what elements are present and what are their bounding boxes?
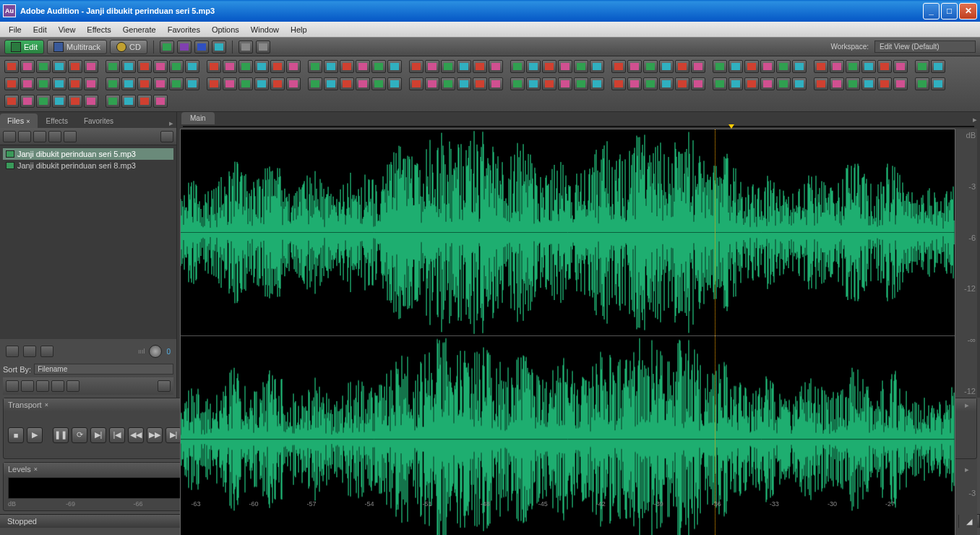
toolbar-icon[interactable] — [68, 77, 82, 90]
toolbar-icon[interactable] — [627, 77, 642, 90]
maximize-button[interactable]: □ — [941, 3, 958, 20]
play-looped-button[interactable]: ⟳ — [72, 427, 87, 443]
toolbar-icon[interactable] — [387, 77, 402, 90]
toolbar-icon[interactable] — [68, 60, 82, 73]
file-item[interactable]: Janji dibukit perinduan seri 5.mp3 — [3, 148, 173, 160]
insert-cd-icon[interactable] — [48, 131, 61, 142]
tab-main[interactable]: Main — [181, 112, 215, 124]
toolbar-icon[interactable] — [270, 77, 285, 90]
toolbar-icon[interactable] — [238, 77, 253, 90]
loop-preview-icon[interactable] — [23, 346, 36, 357]
toolbar-icon[interactable] — [36, 60, 51, 73]
panel-menu-icon[interactable]: ▸ — [166, 118, 176, 128]
toolbar-icon[interactable] — [830, 77, 844, 90]
tab-files[interactable]: Files× — [0, 114, 38, 128]
toolbar-icon[interactable] — [20, 60, 35, 73]
play-preview-icon[interactable] — [6, 346, 19, 357]
toolbar-icon[interactable] — [558, 60, 572, 73]
toolbar-icon[interactable] — [36, 95, 51, 108]
toolbar-icon[interactable] — [792, 60, 807, 73]
toolbar-icon[interactable] — [84, 60, 98, 73]
toolbar-icon[interactable] — [137, 60, 152, 73]
toolbar-icon[interactable] — [877, 77, 892, 90]
toolbar-icon[interactable] — [340, 60, 354, 73]
toolbar-icon[interactable] — [20, 95, 35, 108]
toolbar-icon[interactable] — [52, 95, 66, 108]
toolbar-icon[interactable] — [627, 60, 642, 73]
file-item[interactable]: Janji dibukit perinduan seri 8.mp3 — [3, 160, 173, 171]
toolbar-icon[interactable] — [137, 95, 152, 108]
toolbar-icon[interactable] — [68, 95, 82, 108]
toolbar-icon[interactable] — [254, 60, 269, 73]
toolbar-icon[interactable] — [590, 77, 604, 90]
toolbar-icon[interactable] — [153, 60, 168, 73]
file-list[interactable]: Janji dibukit perinduan seri 5.mp3 Janji… — [0, 145, 176, 339]
toolbar-icon[interactable] — [371, 77, 386, 90]
toolbar-icon[interactable] — [814, 60, 828, 73]
view-waveform-icon[interactable] — [160, 40, 174, 54]
panel-menu-icon[interactable]: ▸ — [962, 400, 972, 410]
view-spectral-pan-icon[interactable] — [194, 40, 209, 54]
toolbar-icon[interactable] — [441, 60, 455, 73]
toolbar-icon[interactable] — [611, 60, 626, 73]
menu-effects[interactable]: Effects — [81, 23, 116, 36]
toolbar-icon[interactable] — [409, 60, 424, 73]
toolbar-icon[interactable] — [931, 60, 945, 73]
toolbar-icon[interactable] — [744, 60, 759, 73]
toolbar-icon[interactable] — [185, 60, 199, 73]
toolbar-icon[interactable] — [510, 77, 525, 90]
menu-generate[interactable]: Generate — [117, 23, 162, 36]
toolbar-icon[interactable] — [473, 77, 487, 90]
toolbar-icon[interactable] — [931, 77, 945, 90]
show-options-icon[interactable] — [160, 131, 173, 142]
advanced-options-icon[interactable] — [158, 380, 171, 392]
toolbar-icon[interactable] — [776, 77, 791, 90]
toolbar-icon[interactable] — [691, 60, 705, 73]
toolbar-icon[interactable] — [893, 77, 908, 90]
toolbar-icon[interactable] — [526, 77, 541, 90]
toolbar-icon[interactable] — [846, 77, 860, 90]
toolbar-icon[interactable] — [728, 77, 743, 90]
toolbar-icon[interactable] — [792, 77, 807, 90]
sort-select[interactable]: Filename — [34, 364, 173, 374]
toolbar-icon[interactable] — [915, 60, 929, 73]
edit-file-icon[interactable] — [64, 131, 77, 142]
menu-favorites[interactable]: Favorites — [162, 23, 206, 36]
toolbar-icon[interactable] — [574, 60, 588, 73]
play-button[interactable]: ▶ — [27, 427, 43, 443]
toolbar-icon[interactable] — [356, 77, 370, 90]
toolbar-icon[interactable] — [893, 60, 908, 73]
insert-multitrack-icon[interactable] — [33, 131, 46, 142]
toolbar-icon[interactable] — [846, 60, 860, 73]
toolbar-icon[interactable] — [169, 77, 184, 90]
toolbar-icon[interactable] — [675, 77, 689, 90]
rewind-button[interactable]: ◀◀ — [128, 427, 144, 443]
toolbar-icon[interactable] — [713, 77, 727, 90]
toolbar-icon[interactable] — [106, 60, 120, 73]
toolbar-icon[interactable] — [387, 60, 402, 73]
toolbar-icon[interactable] — [223, 77, 237, 90]
panel-menu-icon[interactable]: ▸ — [962, 464, 972, 474]
close-button[interactable]: ✕ — [959, 3, 977, 20]
menu-view[interactable]: View — [53, 23, 82, 36]
toolbar-icon[interactable] — [286, 60, 301, 73]
toolbar-icon[interactable] — [4, 60, 19, 73]
toolbar-icon[interactable] — [830, 60, 844, 73]
toolbar-icon[interactable] — [169, 60, 184, 73]
toolbar-icon[interactable] — [153, 77, 168, 90]
toolbar-icon[interactable] — [590, 60, 604, 73]
mode-cd-button[interactable]: CD — [110, 40, 147, 54]
stop-button[interactable]: ■ — [8, 427, 24, 443]
toolbar-icon[interactable] — [20, 77, 35, 90]
toolbar-icon[interactable] — [489, 60, 503, 73]
toolbar-icon[interactable] — [137, 77, 152, 90]
toolbar-icon[interactable] — [84, 77, 98, 90]
toolbar-icon[interactable] — [643, 60, 658, 73]
toolbar-icon[interactable] — [915, 77, 929, 90]
menu-edit[interactable]: Edit — [27, 23, 53, 36]
workspace-select[interactable]: Edit View (Default) — [874, 40, 976, 53]
toolbar-icon[interactable] — [861, 60, 876, 73]
mode-multitrack-button[interactable]: Multitrack — [47, 40, 107, 54]
toolbar-icon[interactable] — [84, 95, 98, 108]
toolbar-icon[interactable] — [356, 60, 370, 73]
